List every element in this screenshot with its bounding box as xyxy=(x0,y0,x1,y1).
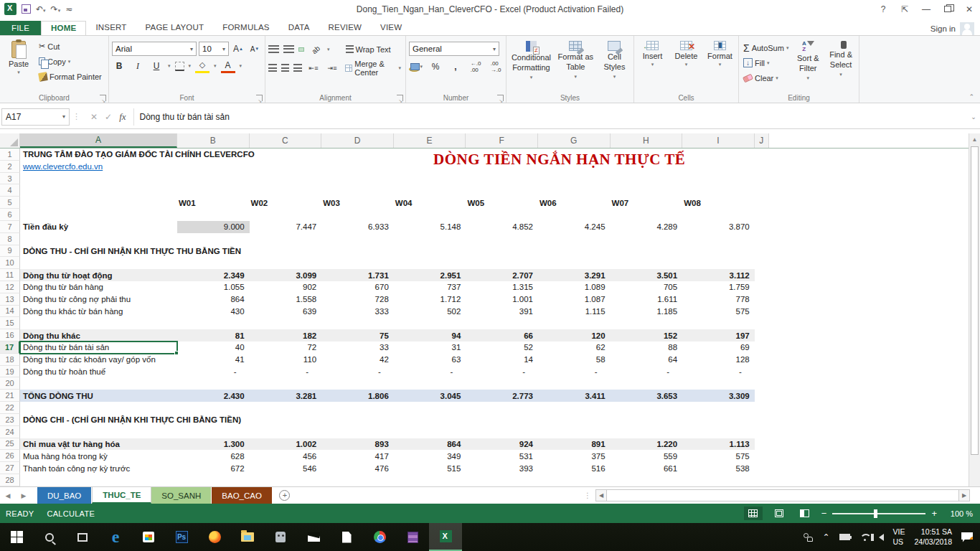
column-header-I[interactable]: I xyxy=(682,133,755,148)
cell-H18[interactable]: 64 xyxy=(611,354,683,366)
cell-B14[interactable]: 430 xyxy=(177,306,250,318)
tab-view[interactable]: VIEW xyxy=(371,21,411,35)
font-dialog-launcher[interactable] xyxy=(256,95,263,101)
column-header-F[interactable]: F xyxy=(466,133,538,148)
firefox-icon[interactable] xyxy=(198,523,231,551)
mail-icon[interactable] xyxy=(297,523,330,551)
cell-F18[interactable]: 14 xyxy=(466,354,538,366)
row-header-12[interactable]: 12 xyxy=(0,281,20,293)
cell-C6[interactable] xyxy=(250,209,322,221)
cell-B3[interactable] xyxy=(177,173,250,185)
cell-D7[interactable]: 6.933 xyxy=(321,221,394,233)
cell-D16[interactable]: 75 xyxy=(321,329,394,342)
cell-D22[interactable] xyxy=(321,402,394,414)
cell-A6[interactable] xyxy=(20,209,177,221)
bold-button[interactable]: B xyxy=(112,59,126,73)
cell-J18[interactable] xyxy=(755,354,769,366)
cell-D3[interactable] xyxy=(321,173,394,185)
cell-I15[interactable] xyxy=(682,317,755,329)
cell-D25[interactable]: 893 xyxy=(321,438,394,451)
cell-J26[interactable] xyxy=(755,450,769,462)
cell-D8[interactable] xyxy=(321,233,394,245)
cell-J19[interactable] xyxy=(755,366,769,378)
cell-J25[interactable] xyxy=(755,438,769,451)
clipboard-dialog-launcher[interactable] xyxy=(100,95,106,101)
tab-home[interactable]: HOME xyxy=(41,21,86,35)
cell-A28[interactable] xyxy=(20,474,177,486)
delete-cells-button[interactable]: ✕ Delete▾ xyxy=(671,39,702,91)
tab-review[interactable]: REVIEW xyxy=(319,21,372,35)
cell-G7[interactable]: 4.245 xyxy=(538,221,611,233)
cell-B20[interactable] xyxy=(177,377,250,390)
cell-H21[interactable]: 3.653 xyxy=(611,390,683,402)
cell-C27[interactable]: 546 xyxy=(250,462,322,474)
cell-F26[interactable]: 531 xyxy=(466,450,538,462)
cut-button[interactable]: ✂Cut xyxy=(37,39,103,54)
row-header-22[interactable]: 22 xyxy=(0,402,20,414)
font-name-select[interactable]: Arial▾ xyxy=(112,42,197,56)
wifi-icon[interactable] xyxy=(859,533,870,541)
cell-I25[interactable]: 1.113 xyxy=(682,438,755,451)
cell-D1[interactable] xyxy=(321,149,394,161)
cell-D23[interactable] xyxy=(321,414,394,426)
confirm-entry-icon[interactable]: ✓ xyxy=(105,112,112,122)
row-header-17[interactable]: 17 xyxy=(0,342,20,354)
cell-F10[interactable] xyxy=(466,257,538,269)
cell-F7[interactable]: 4.852 xyxy=(466,221,538,233)
cell-D17[interactable]: 33 xyxy=(321,342,394,354)
cell-F21[interactable]: 2.773 xyxy=(466,390,538,402)
cell-H25[interactable]: 1.220 xyxy=(611,438,683,451)
cell-B16[interactable]: 81 xyxy=(177,329,250,342)
cell-H12[interactable]: 705 xyxy=(611,281,683,293)
row-header-11[interactable]: 11 xyxy=(0,269,20,281)
cell-I3[interactable] xyxy=(682,173,755,185)
cell-A21[interactable]: TỔNG DÒNG THU xyxy=(20,390,177,402)
copy-button[interactable]: Copy▾ xyxy=(37,54,103,69)
help-button[interactable]: ? xyxy=(872,1,894,17)
cell-E8[interactable] xyxy=(394,233,466,245)
paste-button[interactable]: Paste▾ xyxy=(3,39,34,91)
cell-H14[interactable]: 1.185 xyxy=(611,306,683,318)
cell-D6[interactable] xyxy=(321,209,394,221)
chrome-icon[interactable] xyxy=(363,523,396,551)
cell-E25[interactable]: 864 xyxy=(394,438,466,451)
cell-G3[interactable] xyxy=(538,173,611,185)
cell-A25[interactable]: Chi mua vật tư hàng hóa xyxy=(20,438,177,451)
cell-C17[interactable]: 72 xyxy=(250,342,322,354)
cell-E28[interactable] xyxy=(394,474,466,486)
cell-C1[interactable] xyxy=(250,149,322,161)
cell-G28[interactable] xyxy=(538,474,611,486)
cell-C12[interactable]: 902 xyxy=(250,281,322,293)
cell-B2[interactable] xyxy=(177,161,250,173)
row-header-19[interactable]: 19 xyxy=(0,366,20,378)
cell-G8[interactable] xyxy=(538,233,611,245)
tab-data[interactable]: DATA xyxy=(279,21,319,35)
normal-view-button[interactable] xyxy=(744,507,763,520)
cell-C8[interactable] xyxy=(250,233,322,245)
format-cells-button[interactable]: ▮ Format▾ xyxy=(705,39,735,91)
cell-F12[interactable]: 1.315 xyxy=(466,281,538,293)
cell-F11[interactable]: 2.707 xyxy=(466,269,538,281)
calculate-status[interactable]: CALCULATE xyxy=(47,509,95,518)
cell-B24[interactable] xyxy=(177,426,250,438)
cell-J20[interactable] xyxy=(755,377,769,390)
cell-C28[interactable] xyxy=(250,474,322,486)
cell-F4[interactable] xyxy=(466,184,538,197)
cell-A23[interactable]: DÒNG CHI - (CHỈ GHI NHẬN KHI THỰC CHI BẰ… xyxy=(20,414,177,426)
redo-icon[interactable]: ↷▾ xyxy=(51,5,61,14)
cell-J12[interactable] xyxy=(755,281,769,293)
cell-J4[interactable] xyxy=(755,184,769,197)
cell-A4[interactable] xyxy=(20,184,177,197)
cell-E24[interactable] xyxy=(394,426,466,438)
cell-A18[interactable]: Dòng thu từ các khoản vay/ góp vốn xyxy=(20,354,177,366)
cell-D19[interactable]: - xyxy=(321,366,394,378)
cell-E6[interactable] xyxy=(394,209,466,221)
row-header-7[interactable]: 7 xyxy=(0,221,20,233)
cell-D20[interactable] xyxy=(321,377,394,390)
cell-F17[interactable]: 52 xyxy=(466,342,538,354)
customize-qat-icon[interactable]: ≂ xyxy=(65,5,72,14)
cell-I19[interactable]: - xyxy=(682,366,755,378)
excel-app-icon[interactable] xyxy=(4,3,17,15)
cell-J23[interactable] xyxy=(755,414,769,426)
cell-E18[interactable]: 63 xyxy=(394,354,466,366)
